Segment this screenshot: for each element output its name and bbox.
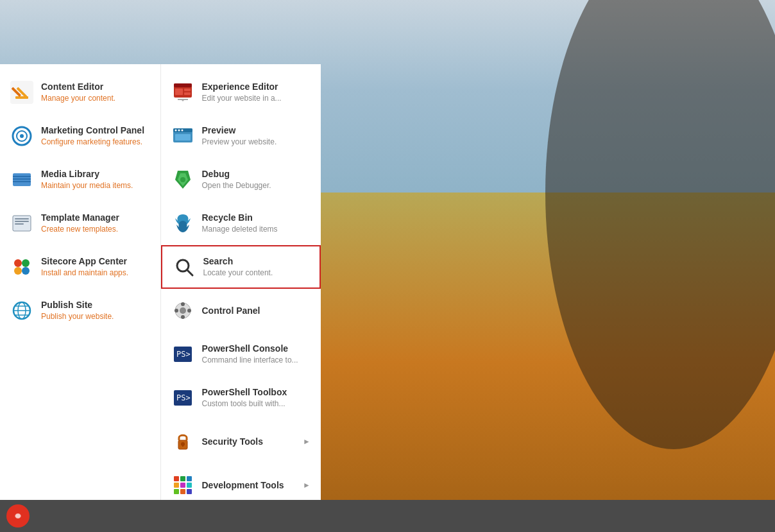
search-icon — [173, 255, 196, 279]
powershell-toolbox-icon: PS> — [171, 386, 194, 409]
powershell-console-title: PowerShell Console — [202, 343, 298, 354]
template-manager-subtitle: Create new templates. — [41, 225, 119, 235]
svg-point-18 — [14, 259, 22, 267]
search-text: Search Locate your content. — [203, 255, 273, 279]
svg-rect-58 — [174, 476, 179, 481]
svg-point-19 — [22, 259, 30, 267]
menu-item-powershell-console[interactable]: PS> PowerShell Console Command line inte… — [161, 332, 321, 376]
svg-line-44 — [187, 270, 192, 275]
svg-rect-30 — [184, 89, 191, 91]
template-manager-icon — [10, 212, 33, 235]
svg-rect-17 — [15, 223, 24, 225]
menu-item-preview[interactable]: Preview Preview your website. — [161, 114, 321, 158]
svg-point-21 — [22, 267, 30, 275]
svg-rect-66 — [187, 489, 192, 494]
marketing-text: Marketing Control Panel Configure market… — [41, 124, 144, 148]
media-library-subtitle: Maintain your media items. — [41, 181, 133, 191]
svg-point-46 — [180, 307, 186, 314]
menu-item-publish-site[interactable]: Publish Site Publish your website. — [0, 289, 160, 332]
svg-rect-31 — [184, 92, 191, 95]
menu-item-powershell-toolbox[interactable]: PS> PowerShell Toolbox Custom tools buil… — [161, 376, 321, 420]
menu-right-column: Experience Editor Edit your website in a… — [161, 64, 321, 507]
svg-rect-15 — [15, 218, 29, 219]
powershell-console-icon: PS> — [171, 343, 194, 366]
app-center-text: Sitecore App Center Install and maintain… — [41, 255, 128, 279]
menu-item-media-library[interactable]: Media Library Maintain your media items. — [0, 158, 160, 202]
media-library-icon — [10, 168, 33, 191]
media-library-text: Media Library Maintain your media items. — [41, 168, 133, 191]
powershell-toolbox-text: PowerShell Toolbox Custom tools built wi… — [202, 386, 287, 409]
control-panel-title: Control Panel — [202, 305, 260, 316]
svg-point-38 — [181, 130, 183, 132]
template-manager-title: Template Manager — [41, 212, 119, 223]
svg-rect-33 — [178, 99, 188, 100]
svg-rect-62 — [180, 483, 185, 488]
menu-item-content-editor[interactable]: Content Editor Manage your content. — [0, 71, 160, 114]
svg-rect-28 — [174, 83, 192, 87]
svg-rect-65 — [180, 489, 185, 494]
menu-item-search[interactable]: Search Locate your content. — [161, 245, 321, 289]
content-editor-text: Content Editor Manage your content. — [41, 81, 115, 104]
svg-rect-59 — [180, 476, 185, 481]
experience-editor-text: Experience Editor Edit your website in a… — [202, 81, 282, 104]
security-tools-arrow: ► — [303, 437, 311, 446]
menu-item-control-panel[interactable]: Control Panel — [161, 289, 321, 332]
svg-point-47 — [181, 302, 185, 306]
menu-item-security-tools[interactable]: Security Tools ► — [161, 420, 321, 463]
publish-site-text: Publish Site Publish your website. — [41, 299, 114, 322]
bottom-bar — [0, 500, 775, 532]
svg-text:PS>: PS> — [176, 350, 191, 359]
menu-item-experience-editor[interactable]: Experience Editor Edit your website in a… — [161, 71, 321, 114]
experience-editor-subtitle: Edit your website in a... — [202, 94, 282, 104]
publish-site-icon — [10, 299, 33, 322]
development-tools-text: Development Tools — [202, 479, 284, 491]
svg-rect-64 — [174, 489, 179, 494]
svg-point-48 — [181, 315, 185, 319]
menu-item-marketing[interactable]: Marketing Control Panel Configure market… — [0, 114, 160, 158]
preview-text: Preview Preview your website. — [202, 124, 277, 148]
development-tools-arrow: ► — [303, 481, 311, 490]
svg-point-20 — [14, 267, 22, 275]
search-subtitle: Locate your content. — [203, 268, 273, 279]
marketing-icon — [10, 124, 33, 148]
control-panel-text: Control Panel — [202, 305, 260, 316]
svg-point-49 — [175, 309, 178, 313]
template-manager-text: Template Manager Create new templates. — [41, 212, 119, 235]
svg-rect-29 — [175, 89, 183, 95]
preview-icon — [171, 124, 194, 148]
security-tools-text: Security Tools — [202, 436, 263, 447]
menu-item-app-center[interactable]: Sitecore App Center Install and maintain… — [0, 245, 160, 289]
menu-item-recycle-bin[interactable]: Recycle Bin Manage deleted items — [161, 202, 321, 245]
debug-text: Debug Open the Debugger. — [202, 168, 271, 191]
preview-title: Preview — [202, 124, 277, 136]
menu-left-column: Content Editor Manage your content. Mark… — [0, 64, 161, 507]
svg-text:PS>: PS> — [176, 393, 191, 402]
debug-title: Debug — [202, 168, 271, 180]
svg-rect-60 — [187, 476, 192, 481]
debug-subtitle: Open the Debugger. — [202, 181, 271, 191]
menu-item-debug[interactable]: Debug Open the Debugger. — [161, 158, 321, 202]
recycle-bin-icon — [171, 212, 194, 235]
svg-rect-11 — [13, 176, 31, 177]
svg-rect-39 — [175, 134, 191, 141]
security-tools-icon — [171, 430, 194, 453]
control-panel-icon — [171, 299, 194, 322]
app-center-title: Sitecore App Center — [41, 255, 128, 267]
marketing-subtitle: Configure marketing features. — [41, 137, 144, 148]
app-center-icon — [10, 255, 33, 279]
recycle-bin-text: Recycle Bin Manage deleted items — [202, 212, 278, 235]
svg-rect-16 — [15, 221, 29, 222]
menu-item-template-manager[interactable]: Template Manager Create new templates. — [0, 202, 160, 245]
svg-rect-13 — [13, 181, 31, 182]
media-library-title: Media Library — [41, 168, 133, 180]
debug-icon — [171, 168, 194, 191]
sitecore-logo[interactable] — [6, 504, 30, 528]
svg-point-76 — [15, 513, 21, 519]
publish-site-subtitle: Publish your website. — [41, 312, 114, 322]
svg-point-50 — [187, 309, 191, 313]
experience-editor-title: Experience Editor — [202, 81, 282, 92]
svg-point-42 — [180, 177, 185, 182]
svg-point-36 — [175, 130, 176, 132]
content-editor-title: Content Editor — [41, 81, 115, 92]
content-editor-icon — [10, 81, 33, 104]
